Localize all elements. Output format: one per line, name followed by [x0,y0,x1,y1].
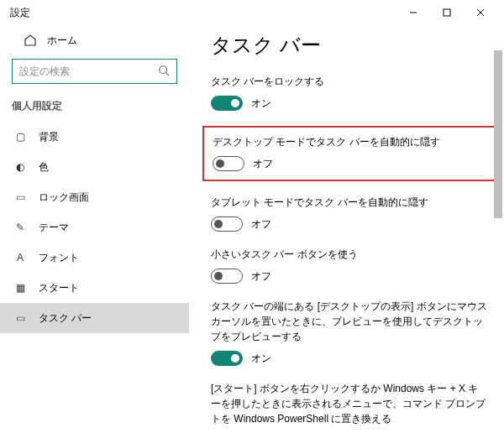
setting-label: [スタート] ボタンを右クリックするか Windows キー + X キーを押し… [211,381,487,426]
sidebar-item-label: 色 [39,160,49,175]
toggle-state: オフ [251,217,271,232]
close-button[interactable] [464,1,497,24]
window-title: 設定 [7,6,396,20]
svg-point-4 [160,65,167,73]
start-icon: ▦ [13,282,27,294]
setting-label: タスク バーの端にある [デスクトップの表示] ボタンにマウス カーソルを置いた… [211,299,487,344]
lock-icon: ▭ [13,191,27,203]
toggle-lock-taskbar[interactable] [211,96,243,111]
sidebar: ホーム 個人用設定 ▢背景 ◐色 ▭ロック画面 ✎テーマ Aフォント ▦スタート… [0,25,189,433]
setting-autohide-tablet: タブレット モードでタスク バーを自動的に隠す オフ [211,195,487,232]
sidebar-item-label: タスク バー [39,311,92,326]
search-icon [158,65,170,79]
sidebar-item-label: ロック画面 [39,190,89,205]
font-icon: A [13,252,27,263]
titlebar: 設定 [0,0,504,25]
sidebar-item-themes[interactable]: ✎テーマ [12,212,177,243]
sidebar-item-label: フォント [39,251,79,265]
sidebar-item-label: スタート [39,281,79,295]
home-label: ホーム [47,34,77,48]
search-input[interactable] [19,65,158,77]
sidebar-item-label: テーマ [39,221,69,235]
sidebar-item-background[interactable]: ▢背景 [12,122,177,152]
setting-powershell-replace: [スタート] ボタンを右クリックするか Windows キー + X キーを押し… [211,381,487,433]
minimize-button[interactable] [396,1,430,24]
setting-label: タブレット モードでタスク バーを自動的に隠す [211,195,487,210]
toggle-peek-preview[interactable] [211,351,243,366]
theme-icon: ✎ [13,222,27,233]
toggle-autohide-tablet[interactable] [211,216,243,232]
scrollbar-thumb[interactable] [494,50,502,218]
sidebar-item-fonts[interactable]: Aフォント [12,243,177,273]
toggle-state: オフ [253,157,273,171]
setting-autohide-desktop: デスクトップ モードでタスク バーを自動的に隠す オフ [213,134,486,171]
scrollbar[interactable] [494,25,502,433]
taskbar-icon: ▭ [13,312,27,324]
home-icon [24,34,37,47]
highlight-box: デスクトップ モードでタスク バーを自動的に隠す オフ [202,126,496,181]
main-content: タスク バー タスク バーをロックする オン デスクトップ モードでタスク バー… [189,25,504,433]
setting-lock-taskbar: タスク バーをロックする オン [211,74,487,111]
sidebar-item-lockscreen[interactable]: ▭ロック画面 [12,182,177,212]
sidebar-item-taskbar[interactable]: ▭タスク バー [0,303,189,333]
search-box[interactable] [12,59,177,84]
setting-label: タスク バーをロックする [211,74,487,89]
toggle-state: オン [251,97,271,111]
palette-icon: ◐ [13,161,27,173]
sidebar-item-start[interactable]: ▦スタート [12,273,177,303]
svg-line-5 [166,72,170,76]
picture-icon: ▢ [13,131,27,143]
sidebar-item-colors[interactable]: ◐色 [12,152,177,182]
page-title: タスク バー [211,32,487,59]
toggle-state: オン [251,352,271,366]
setting-small-buttons: 小さいタスク バー ボタンを使う オフ [211,247,487,284]
setting-label: 小さいタスク バー ボタンを使う [211,247,487,262]
toggle-small-buttons[interactable] [211,269,243,284]
maximize-button[interactable] [430,1,464,24]
toggle-state: オフ [251,269,271,284]
svg-rect-1 [444,9,450,16]
sidebar-header: 個人用設定 [12,99,177,113]
home-link[interactable]: ホーム [12,25,177,55]
setting-label: デスクトップ モードでタスク バーを自動的に隠す [213,134,486,149]
toggle-autohide-desktop[interactable] [213,156,244,171]
setting-peek-preview: タスク バーの端にある [デスクトップの表示] ボタンにマウス カーソルを置いた… [211,299,487,366]
sidebar-item-label: 背景 [39,130,59,144]
